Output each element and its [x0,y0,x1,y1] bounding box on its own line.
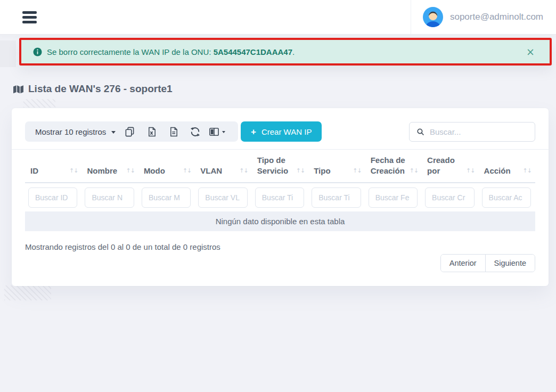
global-search [409,122,535,142]
filter-input-fecha-de-creacion[interactable] [369,187,418,208]
user-email: soporte@adminolt.com [450,12,543,22]
sort-icon: ↑↓ [183,166,191,176]
user-menu[interactable]: soporte@adminolt.com [411,0,556,34]
column-header-accion[interactable]: Acción↑↓ [479,166,535,182]
menu-icon[interactable] [21,8,38,27]
caret-down-icon [111,131,116,134]
export-file-button[interactable] [162,121,184,142]
column-header-modo[interactable]: Modo↑↓ [138,166,195,182]
background-artifact [0,40,16,67]
previous-page-button[interactable]: Anterior [441,255,485,272]
records-summary: Mostrando registros del 0 al 0 de un tot… [25,242,220,251]
sort-icon: ↑↓ [296,166,305,176]
filter-input-modo[interactable] [142,187,191,208]
column-header-tipo-de-servicio[interactable]: Tipo de Servicio↑↓ [252,155,308,182]
filter-input-tipo-de-servicio[interactable] [255,187,304,208]
info-icon [33,47,42,56]
table-filter-row [25,187,535,208]
map-icon [13,84,24,94]
close-icon[interactable]: × [526,47,535,57]
page-title-text: Lista de WAN's 276 - soporte1 [28,83,173,95]
page-title: Lista de WAN's 276 - soporte1 [13,81,173,97]
sort-icon: ↑↓ [126,166,134,176]
create-wan-ip-button[interactable]: + Crear WAN IP [241,121,322,142]
toolbar-divider [12,149,549,150]
search-input[interactable] [430,127,528,136]
column-header-nombre[interactable]: Nombre↑↓ [81,166,138,182]
alert-message: Se borro correctamente la WAN IP de la O… [47,47,295,56]
sort-icon: ↑↓ [523,166,532,176]
column-header-tipo[interactable]: Tipo↑↓ [308,166,365,182]
columns-icon [209,127,219,136]
topbar: soporte@adminolt.com [0,0,556,34]
filter-input-accion[interactable] [482,187,531,208]
columns-dropdown[interactable] [206,121,228,142]
column-header-creado-por[interactable]: Creado por↑↓ [422,155,478,182]
wan-list-card: Mostrar 10 registros [12,108,549,286]
column-header-vlan[interactable]: VLAN↑↓ [195,166,251,182]
success-alert: Se borro correctamente la WAN IP de la O… [21,40,550,63]
copy-button[interactable] [119,121,141,142]
filter-input-id[interactable] [28,187,77,208]
filter-input-vlan[interactable] [198,187,247,208]
create-wan-ip-label: Crear WAN IP [261,127,312,136]
sort-icon: ↑↓ [466,166,475,176]
column-header-id[interactable]: ID↑↓ [25,166,81,182]
caret-down-icon [222,131,225,133]
refresh-button[interactable] [184,121,206,142]
sort-icon: ↑↓ [239,166,248,176]
plus-icon: + [251,127,256,136]
sort-icon: ↑↓ [69,166,78,176]
file-export-icon [169,127,178,137]
avatar [423,7,443,27]
table-tools-group: Mostrar 10 registros [25,121,238,142]
column-header-fecha-de-creacion[interactable]: Fecha de Creación↑↓ [365,155,422,182]
table-header-row: ID↑↓ Nombre↑↓ Modo↑↓ VLAN↑↓ Tipo de Serv… [25,150,535,183]
onu-id: 5A544547C1DAAA47 [214,47,292,56]
filter-input-creado-por[interactable] [425,187,474,208]
next-page-button[interactable]: Siguiente [485,255,535,272]
sort-icon: ↑↓ [353,166,361,176]
refresh-icon [190,127,200,137]
show-records-dropdown[interactable]: Mostrar 10 registros [35,127,119,136]
background-hatch-decoration [4,285,51,300]
filter-input-nombre[interactable] [85,187,134,208]
background-hatch-decoration [23,99,55,108]
table-toolbar: Mostrar 10 registros [25,121,535,142]
empty-table-message: Ningún dato disponible en esta tabla [25,211,535,231]
alert-highlight-box: Se borro correctamente la WAN IP de la O… [19,38,552,66]
search-icon [416,127,424,136]
filter-input-tipo[interactable] [312,187,361,208]
show-records-label: Mostrar 10 registros [35,127,106,136]
export-excel-button[interactable] [141,121,162,142]
pagination: Anterior Siguiente [440,254,535,272]
excel-export-icon [147,127,157,137]
sort-icon: ↑↓ [410,166,418,176]
copy-icon [125,127,135,137]
